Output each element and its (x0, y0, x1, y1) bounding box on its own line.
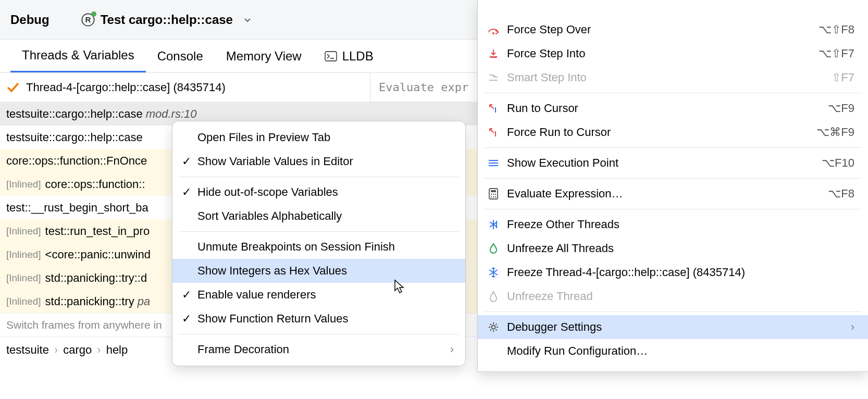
inlined-badge: [Inlined] (6, 272, 41, 284)
menu-hide-out-of-scope[interactable]: ✓Hide out-of-scope Variables (172, 180, 465, 204)
svg-point-16 (495, 194, 496, 195)
menu-smart-step-into: Smart Step Into⇧F7 (478, 66, 868, 90)
separator (484, 93, 862, 93)
svg-rect-11 (489, 165, 498, 166)
svg-rect-20 (496, 221, 497, 228)
menu-freeze-other-threads[interactable]: Freeze Other Threads (478, 213, 868, 236)
inlined-badge: [Inlined] (6, 226, 41, 237)
terminal-icon (325, 51, 337, 61)
tab-lldb[interactable]: LLDB (313, 40, 385, 72)
separator (484, 311, 862, 312)
droplet-icon (487, 291, 500, 302)
tab-threads-variables[interactable]: Threads & Variables (10, 40, 146, 72)
run-config-selector[interactable]: R Test cargo::help::case (81, 13, 252, 27)
inlined-badge: [Inlined] (6, 249, 41, 260)
chevron-right-icon: › (450, 343, 454, 356)
smart-step-into-icon (487, 73, 500, 82)
calculator-icon (487, 188, 500, 200)
menu-unmute-breakpoints[interactable]: Unmute Breakpoints on Session Finish (172, 235, 465, 259)
menu-unfreeze-thread: Unfreeze Thread (478, 284, 868, 308)
menu-force-step-over[interactable]: Force Step Over⌥⇧F8 (478, 18, 868, 42)
menu-show-exec-point[interactable]: Show Execution Point⌥F10 (478, 151, 868, 175)
context-menu-debug-actions: Force Step Over⌥⇧F8 Force Step Into⌥⇧F7 … (477, 0, 868, 372)
gear-icon (487, 321, 500, 333)
svg-rect-6 (490, 56, 497, 58)
force-step-into-icon (487, 48, 500, 59)
svg-rect-9 (489, 160, 498, 161)
menu-sort-vars[interactable]: Sort Variables Alphabetically (172, 204, 465, 228)
svg-point-15 (493, 194, 494, 195)
separator (484, 147, 862, 148)
separator (179, 334, 459, 334)
chevron-right-icon: › (97, 343, 101, 357)
svg-rect-8 (495, 131, 496, 136)
separator (179, 177, 459, 177)
menu-enable-renderers[interactable]: ✓Enable value renderers (172, 283, 465, 307)
separator (484, 209, 862, 209)
menu-force-run-to-cursor[interactable]: Force Run to Cursor⌥⌘F9 (478, 120, 868, 144)
check-icon (6, 81, 20, 94)
menu-frame-decoration[interactable]: Frame Decoration› (172, 338, 465, 361)
svg-rect-7 (495, 107, 496, 113)
force-run-to-cursor-icon (487, 127, 500, 138)
svg-point-14 (491, 194, 492, 195)
svg-rect-2 (325, 52, 337, 61)
separator (179, 231, 459, 232)
menu-show-return-values[interactable]: ✓Show Function Return Values (172, 307, 465, 331)
menu-unfreeze-all-threads[interactable]: Unfreeze All Threads (478, 236, 868, 260)
show-exec-point-icon (487, 159, 500, 167)
menu-modify-run-config[interactable]: Modify Run Configuration… (478, 339, 868, 363)
tab-memory-view[interactable]: Memory View (215, 40, 313, 72)
rust-icon: R (81, 13, 95, 27)
svg-point-17 (491, 196, 492, 197)
menu-force-step-into[interactable]: Force Step Into⌥⇧F7 (478, 42, 868, 66)
thread-label: Thread-4-[cargo::help::case] (8435714) (26, 81, 226, 94)
inlined-badge: [Inlined] (6, 296, 41, 307)
inlined-badge: [Inlined] (6, 179, 41, 190)
svg-point-5 (492, 32, 494, 34)
svg-text:R: R (85, 15, 91, 23)
menu-show-var-values[interactable]: ✓Show Variable Values in Editor (172, 149, 465, 173)
svg-rect-13 (491, 190, 496, 192)
chevron-right-icon: › (54, 343, 58, 357)
unfreeze-icon (487, 243, 500, 254)
snowflake-icon (487, 267, 500, 278)
context-menu-settings: Open Files in Preview Tab ✓Show Variable… (172, 121, 466, 366)
chevron-right-icon: › (851, 320, 854, 334)
chevron-down-icon (243, 16, 252, 24)
svg-point-18 (493, 196, 494, 197)
freeze-icon (487, 219, 500, 230)
debug-title: Debug (10, 13, 49, 27)
menu-show-hex[interactable]: Show Integers as Hex Values (172, 259, 465, 283)
run-config-label: Test cargo::help::case (101, 13, 233, 27)
menu-open-preview-tab[interactable]: Open Files in Preview Tab (172, 126, 465, 149)
svg-rect-10 (489, 163, 498, 164)
menu-run-to-cursor[interactable]: Run to Cursor⌥F9 (478, 96, 868, 120)
evaluate-expression-input[interactable]: Evaluate expr (370, 73, 469, 102)
menu-evaluate-expression[interactable]: Evaluate Expression…⌥F8 (478, 182, 868, 206)
separator (484, 178, 862, 179)
force-step-over-icon (487, 25, 500, 34)
tab-console[interactable]: Console (146, 40, 215, 72)
svg-point-21 (492, 326, 495, 329)
menu-freeze-thread[interactable]: Freeze Thread-4-[cargo::help::case] (843… (478, 260, 868, 284)
run-to-cursor-icon (487, 103, 500, 114)
svg-point-19 (495, 196, 496, 197)
menu-debugger-settings[interactable]: Debugger Settings › (478, 315, 868, 339)
